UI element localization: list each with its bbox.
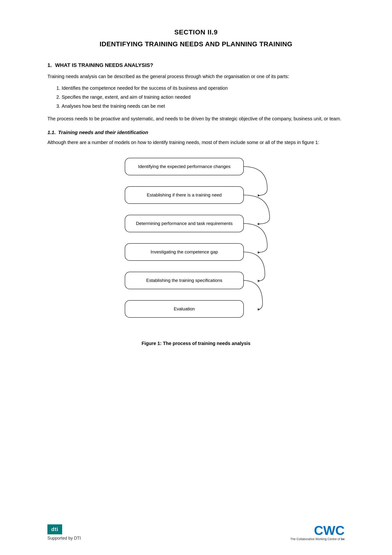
cwc-w: W xyxy=(323,524,335,537)
dti-text: Supported by DTI xyxy=(47,536,81,541)
section-title: SECTION II.9 xyxy=(47,29,345,36)
svg-text:Evaluation: Evaluation xyxy=(174,306,195,311)
subsection1-num: 1.1. xyxy=(47,130,56,135)
cwc-tagline: The Collaborative Working Centre of be xyxy=(290,537,345,541)
subsection1-text: Although there are a number of models on… xyxy=(47,139,345,146)
cwc-logo: CWC The Collaborative Working Centre of … xyxy=(290,524,345,541)
list-item-2: Specifies the range, extent, and aim of … xyxy=(62,93,345,101)
cwc-c2: C xyxy=(335,524,345,537)
section1-para2: The process needs to be proactive and sy… xyxy=(47,115,345,123)
svg-text:Investigating the competence g: Investigating the competence gap xyxy=(150,249,218,254)
svg-text:Determining performance and ta: Determining performance and task require… xyxy=(136,221,233,226)
subsection1-heading: 1.1.Training needs and their identificat… xyxy=(47,130,345,135)
dti-logo: dti Supported by DTI xyxy=(47,524,81,541)
list-item-1: Identifies the competence needed for the… xyxy=(62,84,345,92)
svg-marker-2 xyxy=(258,194,260,197)
footer: dti Supported by DTI CWC The Collaborati… xyxy=(47,524,345,541)
cwc-letters: CWC xyxy=(314,524,345,537)
svg-marker-11 xyxy=(258,280,260,282)
page: SECTION II.9 IDENTIFYING TRAINING NEEDS … xyxy=(0,0,392,555)
list-item-3: Analyses how best the training needs can… xyxy=(62,102,345,110)
dti-badge: dti xyxy=(47,524,62,534)
cwc-c: C xyxy=(314,524,323,537)
flowchart-svg: Identifying the expected performance cha… xyxy=(111,156,281,336)
section1-list: Identifies the competence needed for the… xyxy=(62,84,345,110)
main-title: IDENTIFYING TRAINING NEEDS AND PLANNING … xyxy=(47,40,345,48)
section1-num: 1. xyxy=(47,62,52,68)
figure-caption: Figure 1: The process of training needs … xyxy=(47,341,345,346)
svg-marker-5 xyxy=(258,223,260,225)
svg-marker-14 xyxy=(258,308,260,311)
svg-marker-8 xyxy=(258,251,260,254)
svg-text:Identifying the expected perfo: Identifying the expected performance cha… xyxy=(138,164,230,169)
svg-text:Establishing the training spec: Establishing the training specifications xyxy=(146,278,222,283)
section1-intro: Training needs analysis can be described… xyxy=(47,73,345,80)
svg-text:Establishing if there is a tra: Establishing if there is a training need xyxy=(147,192,222,197)
section1-heading: 1.WHAT IS TRAINING NEEDS ANALYSIS? xyxy=(47,62,345,68)
section1-heading-text: WHAT IS TRAINING NEEDS ANALYSIS? xyxy=(55,62,153,68)
flowchart-container: Identifying the expected performance cha… xyxy=(47,156,345,336)
subsection1-heading-text: Training needs and their identification xyxy=(58,130,148,135)
